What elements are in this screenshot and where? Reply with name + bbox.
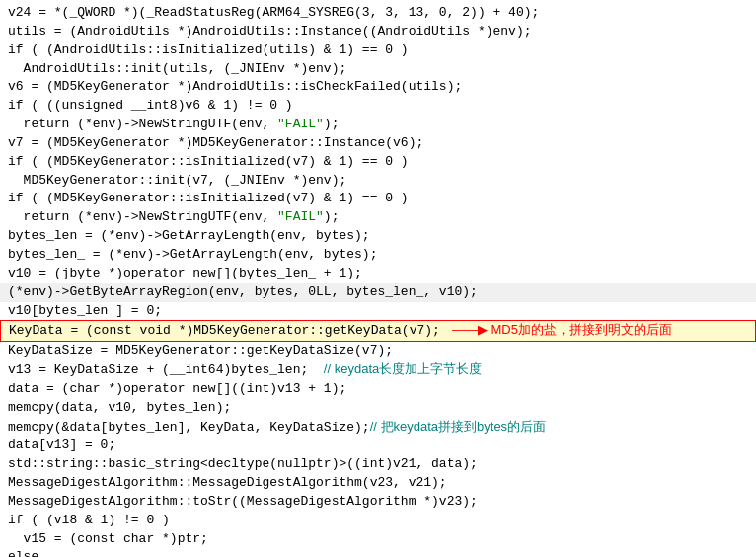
plain-code: bytes_len_ = (*env)->GetArrayLength(env,… [8, 247, 377, 262]
plain-code: v24 = *(_QWORD *)(_ReadStatusReg(ARM64_S… [8, 5, 539, 20]
code-text: MD5KeyGenerator::init(v7, (_JNIEnv *)env… [8, 172, 346, 191]
plain-code: v10 = (jbyte *)operator new[](bytes_len_… [8, 266, 362, 280]
code-line: memcpy(&data[bytes_len], KeyData, KeyDat… [0, 418, 756, 438]
code-text: AndroidUtils::init(utils, (_JNIEnv *)env… [8, 60, 346, 79]
plain-code: else [8, 549, 38, 557]
code-line: if ( (MD5KeyGenerator::isInitialized(v7)… [0, 153, 756, 172]
plain-code: MessageDigestAlgorithm::MessageDigestAlg… [8, 475, 447, 490]
plain-code: std::string::basic_string<decltype(nullp… [8, 456, 478, 471]
code-text: utils = (AndroidUtils *)AndroidUtils::In… [8, 23, 532, 41]
plain-code: ); [324, 209, 340, 224]
code-line: bytes_len_ = (*env)->GetArrayLength(env,… [0, 246, 756, 265]
code-line: v15 = (const char *)ptr; [0, 530, 756, 549]
code-line: AndroidUtils::init(utils, (_JNIEnv *)env… [0, 60, 756, 79]
code-text: KeyData = (const void *)MD5KeyGenerator:… [9, 322, 440, 341]
code-text: v10[bytes_len ] = 0; [8, 302, 162, 321]
code-line: MessageDigestAlgorithm::toStr((MessageDi… [0, 493, 756, 512]
plain-code: data = (char *)operator new[]((int)v13 +… [8, 381, 346, 396]
code-line: data = (char *)operator new[]((int)v13 +… [0, 380, 756, 399]
code-text: if ( (MD5KeyGenerator::isInitialized(v7)… [8, 153, 409, 172]
code-text: if ( ((unsigned __int8)v6 & 1) != 0 ) [8, 97, 293, 116]
code-text: bytes_len = (*env)->GetArrayLength(env, … [8, 227, 370, 246]
code-text: data = (char *)operator new[]((int)v13 +… [8, 380, 346, 399]
code-viewer: v24 = *(_QWORD *)(_ReadStatusReg(ARM64_S… [0, 0, 756, 557]
plain-code: utils = (AndroidUtils *)AndroidUtils::In… [8, 24, 532, 39]
code-text: v7 = (MD5KeyGenerator *)MD5KeyGenerator:… [8, 134, 423, 153]
plain-code: (*env)->GetByteArrayRegion(env, bytes, 0… [8, 284, 478, 299]
code-text: if ( (AndroidUtils::isInitialized(utils)… [8, 41, 409, 60]
code-line: v6 = (MD5KeyGenerator *)AndroidUtils::is… [0, 78, 756, 97]
code-text: (*env)->GetByteArrayRegion(env, bytes, 0… [8, 283, 478, 302]
code-text: return (*env)->NewStringUTF(env, "FAIL")… [8, 208, 339, 227]
code-text: v13 = KeyDataSize + (__int64)bytes_len; … [8, 360, 482, 380]
code-text: data[v13] = 0; [8, 437, 115, 455]
string-literal: "FAIL" [277, 209, 324, 224]
plain-code: MD5KeyGenerator::init(v7, (_JNIEnv *)env… [8, 173, 346, 188]
code-line: if ( ((unsigned __int8)v6 & 1) != 0 ) [0, 97, 756, 116]
code-line: v10[bytes_len ] = 0; [0, 302, 756, 321]
plain-code: v10[bytes_len ] = 0; [8, 303, 162, 318]
code-line: bytes_len = (*env)->GetArrayLength(env, … [0, 227, 756, 246]
code-line: if ( (MD5KeyGenerator::isInitialized(v7)… [0, 190, 756, 208]
code-text: return (*env)->NewStringUTF(env, "FAIL")… [8, 116, 339, 134]
code-line: v13 = KeyDataSize + (__int64)bytes_len; … [0, 360, 756, 380]
plain-code: KeyData = (const void *)MD5KeyGenerator:… [9, 323, 440, 338]
code-line: if ( (AndroidUtils::isInitialized(utils)… [0, 41, 756, 60]
code-text: else [8, 548, 38, 557]
code-text: MessageDigestAlgorithm::MessageDigestAlg… [8, 474, 447, 493]
code-text: MessageDigestAlgorithm::toStr((MessageDi… [8, 493, 478, 512]
code-text: v6 = (MD5KeyGenerator *)AndroidUtils::is… [8, 78, 462, 97]
plain-code: v7 = (MD5KeyGenerator *)MD5KeyGenerator:… [8, 135, 423, 150]
code-line: MessageDigestAlgorithm::MessageDigestAlg… [0, 474, 756, 493]
code-text: if ( (v18 & 1) != 0 ) [8, 512, 170, 530]
code-line: data[v13] = 0; [0, 437, 756, 455]
plain-code: AndroidUtils::init(utils, (_JNIEnv *)env… [8, 61, 346, 76]
code-line: return (*env)->NewStringUTF(env, "FAIL")… [0, 116, 756, 134]
plain-code: return (*env)->NewStringUTF(env, [8, 117, 277, 131]
code-line: v7 = (MD5KeyGenerator *)MD5KeyGenerator:… [0, 134, 756, 153]
plain-code: v15 = (const char *)ptr; [8, 531, 208, 546]
code-text: KeyDataSize = MD5KeyGenerator::getKeyDat… [8, 342, 393, 360]
plain-code: v6 = (MD5KeyGenerator *)AndroidUtils::is… [8, 79, 462, 94]
code-text: memcpy(data, v10, bytes_len); [8, 399, 231, 418]
plain-code: v13 = KeyDataSize + (__int64)bytes_len; [8, 362, 324, 377]
plain-code: return (*env)->NewStringUTF(env, [8, 209, 277, 224]
code-line: KeyData = (const void *)MD5KeyGenerator:… [0, 320, 756, 342]
code-text: std::string::basic_string<decltype(nullp… [8, 455, 478, 474]
code-line: return (*env)->NewStringUTF(env, "FAIL")… [0, 208, 756, 227]
plain-code: if ( (MD5KeyGenerator::isInitialized(v7)… [8, 191, 409, 205]
code-line: else [0, 548, 756, 557]
plain-code: data[v13] = 0; [8, 438, 115, 452]
code-text: v15 = (const char *)ptr; [8, 530, 208, 549]
code-text: v24 = *(_QWORD *)(_ReadStatusReg(ARM64_S… [8, 4, 539, 23]
code-line: KeyDataSize = MD5KeyGenerator::getKeyDat… [0, 342, 756, 360]
plain-code: if ( (AndroidUtils::isInitialized(utils)… [8, 42, 409, 57]
plain-code: MessageDigestAlgorithm::toStr((MessageDi… [8, 494, 478, 509]
code-text: v10 = (jbyte *)operator new[](bytes_len_… [8, 265, 362, 283]
comment-text: // keydata长度加上字节长度 [324, 361, 482, 376]
plain-code: KeyDataSize = MD5KeyGenerator::getKeyDat… [8, 343, 393, 358]
code-line: utils = (AndroidUtils *)AndroidUtils::In… [0, 23, 756, 41]
plain-code: bytes_len = (*env)->GetArrayLength(env, … [8, 228, 370, 243]
plain-code: if ( (MD5KeyGenerator::isInitialized(v7)… [8, 154, 409, 169]
comment-text: // 把keydata拼接到bytes的后面 [370, 419, 546, 434]
code-text: memcpy(&data[bytes_len], KeyData, KeyDat… [8, 418, 546, 438]
plain-code: if ( (v18 & 1) != 0 ) [8, 513, 170, 527]
code-line: (*env)->GetByteArrayRegion(env, bytes, 0… [0, 283, 756, 302]
code-line: v24 = *(_QWORD *)(_ReadStatusReg(ARM64_S… [0, 4, 756, 23]
plain-code: if ( ((unsigned __int8)v6 & 1) != 0 ) [8, 98, 293, 113]
code-text: if ( (MD5KeyGenerator::isInitialized(v7)… [8, 190, 409, 208]
string-literal: "FAIL" [277, 117, 324, 131]
code-line: std::string::basic_string<decltype(nullp… [0, 455, 756, 474]
code-line: memcpy(data, v10, bytes_len); [0, 399, 756, 418]
code-line: if ( (v18 & 1) != 0 ) [0, 512, 756, 530]
plain-code: memcpy(&data[bytes_len], KeyData, KeyDat… [8, 420, 370, 435]
code-line: MD5KeyGenerator::init(v7, (_JNIEnv *)env… [0, 172, 756, 191]
plain-code: ); [324, 117, 340, 131]
arrow-annotation: ——▶ MD5加的盐，拼接到明文的后面 [452, 321, 672, 340]
plain-code: memcpy(data, v10, bytes_len); [8, 400, 231, 415]
code-line: v10 = (jbyte *)operator new[](bytes_len_… [0, 265, 756, 283]
code-text: bytes_len_ = (*env)->GetArrayLength(env,… [8, 246, 377, 265]
